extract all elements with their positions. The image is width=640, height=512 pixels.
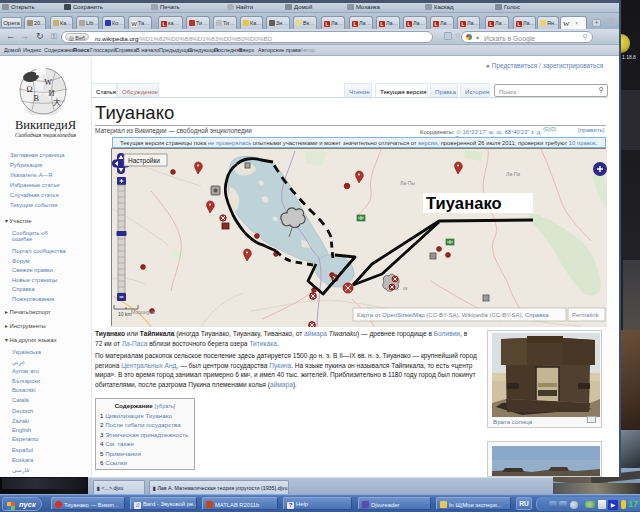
- svg-text:ок: ок: [403, 286, 408, 291]
- svg-text:Карта от OpenStreetMap (CC-BY-: Карта от OpenStreetMap (CC-BY-SA), Wikip…: [357, 312, 549, 318]
- svg-text:Настройки: Настройки: [128, 157, 160, 165]
- svg-text:大: 大: [53, 98, 62, 107]
- svg-text:Ла-Па: Ла-Па: [506, 171, 520, 177]
- svg-text:Permalink: Permalink: [572, 312, 600, 318]
- svg-text:В: В: [33, 94, 39, 103]
- svg-text:Ω: Ω: [27, 85, 33, 94]
- svg-text:Ла-Пы: Ла-Пы: [400, 180, 415, 186]
- svg-text:Moquegua: Moquegua: [131, 309, 155, 315]
- svg-text:W: W: [44, 78, 52, 87]
- svg-text:Тиуанако: Тиуанако: [426, 194, 502, 212]
- svg-text:10 km: 10 km: [118, 311, 132, 317]
- svg-text:И: И: [48, 89, 54, 98]
